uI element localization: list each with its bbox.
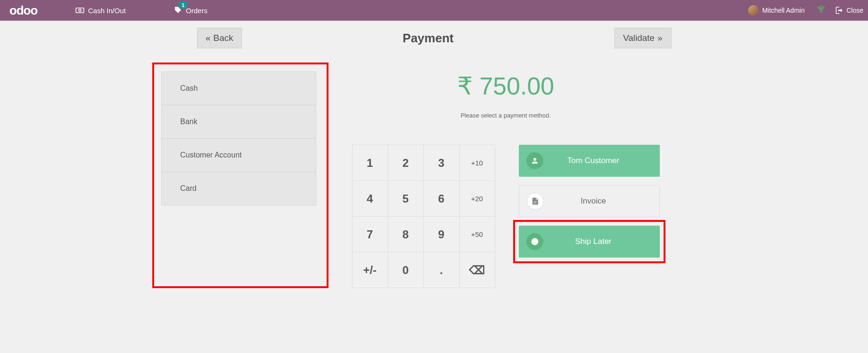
- orders-badge: 1: [179, 2, 187, 8]
- numkey-6[interactable]: 6: [424, 181, 459, 216]
- numkey-dot[interactable]: .: [424, 252, 459, 288]
- wifi-icon: [816, 5, 826, 16]
- user-name: Mitchell Admin: [762, 7, 805, 14]
- document-icon: [527, 193, 544, 210]
- numkey-plusminus[interactable]: +/-: [352, 252, 388, 288]
- numkey-plus20[interactable]: +20: [460, 181, 495, 216]
- customer-button[interactable]: Tom Customer: [519, 145, 660, 177]
- payment-method-bank[interactable]: Bank: [162, 105, 316, 139]
- page-title: Payment: [242, 31, 614, 46]
- cash-icon: [75, 6, 85, 15]
- close-label: Close: [846, 7, 863, 14]
- invoice-label: Invoice: [551, 196, 659, 206]
- back-button[interactable]: « Back: [197, 28, 242, 48]
- chevron-right-icon: »: [657, 33, 663, 43]
- payment-method-cash[interactable]: Cash: [162, 72, 316, 105]
- payment-methods-list: Cash Bank Customer Account Card: [161, 71, 316, 205]
- logo[interactable]: odoo: [9, 3, 38, 18]
- nav-orders-label: Orders: [186, 7, 208, 15]
- logout-icon: [835, 6, 844, 15]
- validate-button[interactable]: Validate »: [614, 28, 672, 48]
- nav-cash-label: Cash In/Out: [88, 7, 126, 15]
- numkey-5[interactable]: 5: [388, 181, 423, 216]
- numkey-plus10[interactable]: +10: [460, 145, 495, 180]
- customer-label: Tom Customer: [551, 156, 660, 165]
- chevron-left-icon: «: [206, 33, 211, 43]
- numkey-2[interactable]: 2: [388, 145, 423, 180]
- svg-point-1: [78, 9, 81, 12]
- avatar: [748, 5, 759, 16]
- validate-label: Validate: [623, 33, 655, 43]
- header-row: « Back Payment Validate »: [197, 28, 672, 48]
- numpad: 1 2 3 +10 4 5 6 +20 7 8 9 +50 +/- 0 . ⌫: [352, 145, 495, 288]
- numkey-3[interactable]: 3: [424, 145, 459, 180]
- user-icon: [526, 152, 543, 169]
- numkey-1[interactable]: 1: [352, 145, 388, 180]
- back-label: Back: [213, 33, 233, 43]
- ship-later-button[interactable]: Ship Later: [519, 226, 660, 258]
- svg-rect-0: [76, 8, 84, 13]
- numkey-4[interactable]: 4: [352, 181, 388, 216]
- numkey-plus50[interactable]: +50: [460, 217, 495, 252]
- numkey-8[interactable]: 8: [388, 217, 423, 252]
- top-nav: odoo Cash In/Out 1 Orders Mitchell Admin…: [0, 0, 868, 21]
- nav-orders[interactable]: 1 Orders: [173, 6, 208, 15]
- payment-methods-highlight: Cash Bank Customer Account Card: [152, 63, 328, 288]
- nav-cash-in-out[interactable]: Cash In/Out: [75, 6, 126, 15]
- numkey-9[interactable]: 9: [424, 217, 459, 252]
- ship-later-label: Ship Later: [551, 237, 660, 246]
- numkey-backspace[interactable]: ⌫: [460, 252, 495, 288]
- ship-later-highlight: Ship Later: [513, 220, 665, 263]
- clock-icon: [526, 233, 543, 250]
- numkey-7[interactable]: 7: [352, 217, 388, 252]
- numkey-0[interactable]: 0: [388, 252, 423, 288]
- invoice-button[interactable]: Invoice: [519, 185, 660, 217]
- center-column: ₹ 750.00 Please select a payment method.…: [340, 63, 672, 288]
- select-message: Please select a payment method.: [461, 112, 551, 119]
- payment-method-customer-account[interactable]: Customer Account: [162, 139, 316, 172]
- amount-display: ₹ 750.00: [457, 72, 555, 100]
- close-button[interactable]: Close: [835, 6, 863, 15]
- action-buttons: Tom Customer Invoice Ship L: [519, 145, 660, 258]
- payment-method-card[interactable]: Card: [162, 172, 316, 205]
- user-menu[interactable]: Mitchell Admin: [748, 5, 805, 16]
